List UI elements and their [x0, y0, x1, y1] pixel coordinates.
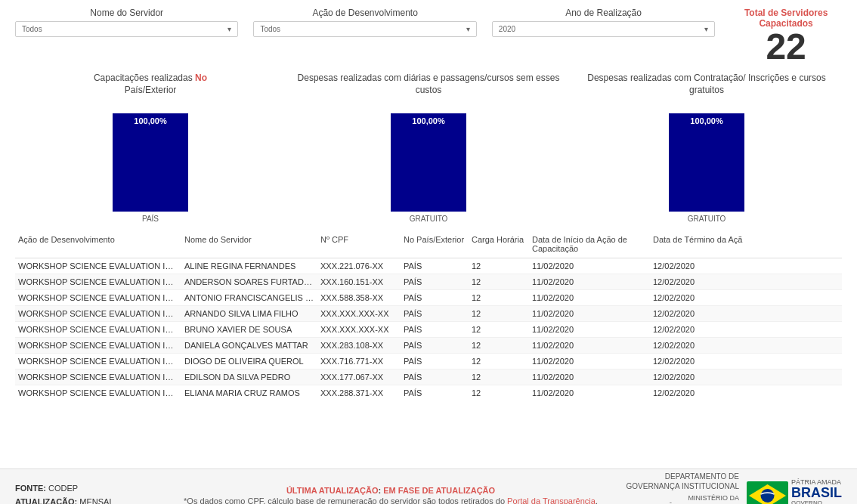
- table-cell: 11/02/2020: [529, 323, 650, 335]
- table-cell: XXX.XXX.XXX-XX: [317, 323, 401, 335]
- table-cell: 12/02/2020: [650, 308, 748, 320]
- table-cell: PAÍS: [401, 323, 469, 335]
- table-cell: XXX.XXX.XXX-XX: [317, 308, 401, 320]
- table-cell: XXX.177.067-XX: [317, 371, 401, 383]
- footer-source: FONTE: CODEP: [15, 482, 166, 496]
- footer-center: ÚLTIMA ATUALIZAÇÃO: EM FASE DE ATUALIZAÇ…: [166, 486, 615, 505]
- chart-despesas-contratacao-title: Despesas realizadas com Contratação/ Ins…: [571, 73, 842, 96]
- footer-update: ATUALIZAÇÃO: MENSAL: [15, 496, 166, 505]
- table-cell: ANDERSON SOARES FURTADO OLIVEIRA: [181, 276, 317, 288]
- filters-row: Nome do Servidor Todos ▾ Ação de Desenvo…: [15, 8, 842, 65]
- table-cell: WORKSHOP SCIENCE EVALUATION IMPACT: [15, 323, 181, 335]
- table-cell: 12/02/2020: [650, 260, 748, 272]
- table-cell: 11/02/2020: [529, 339, 650, 351]
- table-cell: PAÍS: [401, 387, 469, 398]
- year-filter-label: Ano de Realização: [492, 8, 715, 18]
- table-cell: 12: [469, 276, 529, 288]
- col-header-servidor: Nome do Servidor: [181, 233, 317, 255]
- table-cell: 12/02/2020: [650, 323, 748, 335]
- action-filter-select[interactable]: Todos ▾: [253, 21, 476, 37]
- table-cell: ALINE REGINA FERNANDES: [181, 260, 317, 272]
- action-filter-label: Ação de Desenvolvimento: [253, 8, 476, 18]
- chevron-down-icon-3: ▾: [704, 25, 708, 33]
- svg-point-2: [761, 489, 775, 502]
- table-cell: 11/02/2020: [529, 260, 650, 272]
- total-servers-group: Total de Servidores Capacitados 22: [730, 8, 842, 65]
- table-cell: WORKSHOP SCIENCE EVALUATION IMPACT: [15, 292, 181, 304]
- footer-source-value: CODEP: [48, 484, 78, 493]
- server-filter-group: Nome do Servidor Todos ▾: [15, 8, 238, 37]
- table-headers: Ação de Desenvolvimento Nome do Servidor…: [15, 230, 842, 258]
- footer-update-value: MENSAL: [79, 497, 113, 505]
- year-filter-select[interactable]: 2020 ▾: [492, 21, 715, 37]
- table-cell: 11/02/2020: [529, 387, 650, 398]
- table-cell: DIOGO DE OLIVEIRA QUEROL: [181, 355, 317, 367]
- col-header-carga: Carga Horária: [469, 233, 529, 255]
- table-cell: 12: [469, 260, 529, 272]
- table-cell: XXX.160.151-XX: [317, 276, 401, 288]
- last-update-container: ÚLTIMA ATUALIZAÇÃO: EM FASE DE ATUALIZAÇ…: [166, 486, 615, 495]
- table-cell: WORKSHOP SCIENCE EVALUATION IMPACT: [15, 387, 181, 398]
- table-row: WORKSHOP SCIENCE EVALUATION IMPACTALINE …: [15, 258, 842, 274]
- table-cell: 12: [469, 355, 529, 367]
- table-cell: 11/02/2020: [529, 276, 650, 288]
- table-cell: 12: [469, 371, 529, 383]
- charts-row: Capacitações realizadas NoPaís/Exterior …: [15, 73, 842, 223]
- chart-capacitacoes: Capacitações realizadas NoPaís/Exterior …: [15, 73, 286, 223]
- chart-despesas-contratacao-area: 100,00% GRATUITO: [571, 102, 842, 223]
- table-row: WORKSHOP SCIENCE EVALUATION IMPACTEDILSO…: [15, 369, 842, 385]
- portal-transparencia-link[interactable]: Portal da Transparência: [507, 496, 596, 505]
- bar-wrapper-3: 100,00% GRATUITO: [669, 113, 744, 223]
- table-cell: WORKSHOP SCIENCE EVALUATION IMPACT: [15, 260, 181, 272]
- table-cell: 12/02/2020: [650, 339, 748, 351]
- table-row: WORKSHOP SCIENCE EVALUATION IMPACTANTONI…: [15, 290, 842, 306]
- bar-pais: 100,00%: [113, 113, 188, 212]
- action-filter-group: Ação de Desenvolvimento Todos ▾: [253, 8, 476, 37]
- table-cell: 12/02/2020: [650, 371, 748, 383]
- col-header-termino: Data de Término da Açã: [650, 233, 748, 255]
- table-cell: 12/02/2020: [650, 292, 748, 304]
- table-cell: EDILSON DA SILVA PEDRO: [181, 371, 317, 383]
- col-header-pais: No País/Exterior: [401, 233, 469, 255]
- table-cell: 11/02/2020: [529, 292, 650, 304]
- footer-note-end: .: [596, 496, 598, 505]
- table-cell: WORKSHOP SCIENCE EVALUATION IMPACT: [15, 276, 181, 288]
- server-filter-select[interactable]: Todos ▾: [15, 21, 238, 37]
- chart-despesas-diarias-title: Despesas realizadas com diárias e passag…: [293, 73, 564, 96]
- col-header-cpf: Nº CPF: [317, 233, 401, 255]
- bar-pais-label: PAÍS: [142, 215, 159, 223]
- patria-label: PÁTRIA AMADA: [791, 478, 842, 486]
- table-cell: XXX.716.771-XX: [317, 355, 401, 367]
- chart-despesas-diarias-area: 100,00% GRATUITO: [293, 102, 564, 223]
- table-cell: XXX.221.076-XX: [317, 260, 401, 272]
- table-cell: XXX.288.371-XX: [317, 387, 401, 398]
- chevron-down-icon: ▾: [227, 25, 231, 33]
- table-row: WORKSHOP SCIENCE EVALUATION IMPACTBRUNO …: [15, 322, 842, 338]
- footer-update-label: ATUALIZAÇÃO:: [15, 497, 77, 505]
- table-cell: 12: [469, 339, 529, 351]
- table-cell: PAÍS: [401, 260, 469, 272]
- table-cell: PAÍS: [401, 276, 469, 288]
- col-header-inicio: Data de Início da Ação de Capacitação: [529, 233, 650, 255]
- table-cell: WORKSHOP SCIENCE EVALUATION IMPACT: [15, 371, 181, 383]
- flag-icon: [747, 481, 788, 505]
- table-cell: 12/02/2020: [650, 355, 748, 367]
- total-servers-label: Total de Servidores Capacitados: [730, 8, 842, 29]
- footer-left: FONTE: CODEP ATUALIZAÇÃO: MENSAL: [15, 482, 166, 504]
- chart-despesas-contratacao: Despesas realizadas com Contratação/ Ins…: [571, 73, 842, 223]
- table-row: WORKSHOP SCIENCE EVALUATION IMPACTARNAND…: [15, 306, 842, 322]
- main-container: Nome do Servidor Todos ▾ Ação de Desenvo…: [0, 0, 857, 468]
- table-cell: 12: [469, 387, 529, 398]
- footer-note: *Os dados como CPF, cálculo base de remu…: [166, 496, 615, 505]
- table-cell: 12: [469, 308, 529, 320]
- chevron-down-icon-2: ▾: [466, 25, 470, 33]
- footer-right: DEPARTAMENTO DE GOVERNANÇA INSTITUCIONAL…: [615, 472, 842, 504]
- bar-pais-percent: 100,00%: [134, 116, 166, 125]
- table-cell: 11/02/2020: [529, 371, 650, 383]
- table-cell: XXX.588.358-XX: [317, 292, 401, 304]
- table-row: WORKSHOP SCIENCE EVALUATION IMPACTDIOGO …: [15, 354, 842, 369]
- brasil-logo: PÁTRIA AMADA BRASIL GOVERNO FEDERAL: [747, 478, 842, 505]
- bar-gratuito-1-percent: 100,00%: [412, 116, 444, 125]
- table-cell: WORKSHOP SCIENCE EVALUATION IMPACT: [15, 355, 181, 367]
- table-cell: BRUNO XAVIER DE SOUSA: [181, 323, 317, 335]
